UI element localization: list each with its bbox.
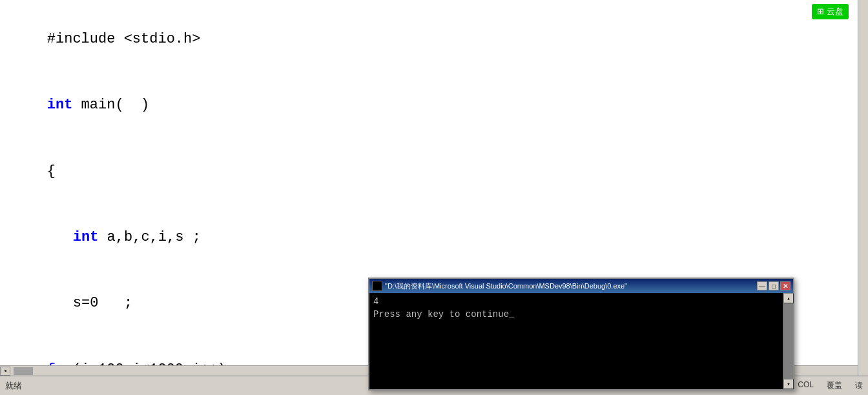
console-close-button[interactable]: ✕ (780, 281, 790, 290)
console-title: "D:\我的资料库\Microsoft Visual Studio\Common… (385, 281, 756, 291)
hscroll-left-arrow[interactable]: ◂ (0, 367, 10, 376)
console-body: 4 Press any key to continue_ (369, 293, 793, 389)
console-window: "D:\我的资料库\Microsoft Visual Studio\Common… (368, 278, 794, 390)
code-line-2: int main( ) (13, 72, 855, 138)
status-overwrite: 覆盖 (827, 380, 842, 391)
status-right-items: COL 覆盖 读 (798, 380, 863, 391)
vertical-scrollbar[interactable] (858, 0, 868, 376)
code-line-3: { (13, 139, 855, 205)
code-line-1: #include <stdio.h> (13, 6, 855, 72)
console-vertical-scrollbar[interactable]: ▴ ▾ (783, 293, 793, 389)
status-read: 读 (855, 380, 863, 391)
console-titlebar: "D:\我的资料库\Microsoft Visual Studio\Common… (369, 279, 793, 293)
code-line-4: int a,b,c,i,s ; (13, 205, 855, 270)
console-vscroll-up-arrow[interactable]: ▴ (783, 293, 794, 303)
console-minimize-button[interactable]: — (757, 281, 767, 290)
console-maximize-button[interactable]: □ (769, 281, 779, 290)
console-vscroll-down-arrow[interactable]: ▾ (783, 379, 794, 389)
console-output-line2: Press any key to continue_ (373, 309, 789, 321)
console-app-icon (372, 281, 382, 291)
console-output-line1: 4 (373, 296, 789, 309)
hscroll-thumb[interactable] (14, 367, 33, 375)
status-col: COL (798, 380, 814, 391)
cloud-disk-button[interactable]: ⊞ 云盘 (812, 4, 849, 19)
status-ready: 就绪 (5, 380, 22, 392)
